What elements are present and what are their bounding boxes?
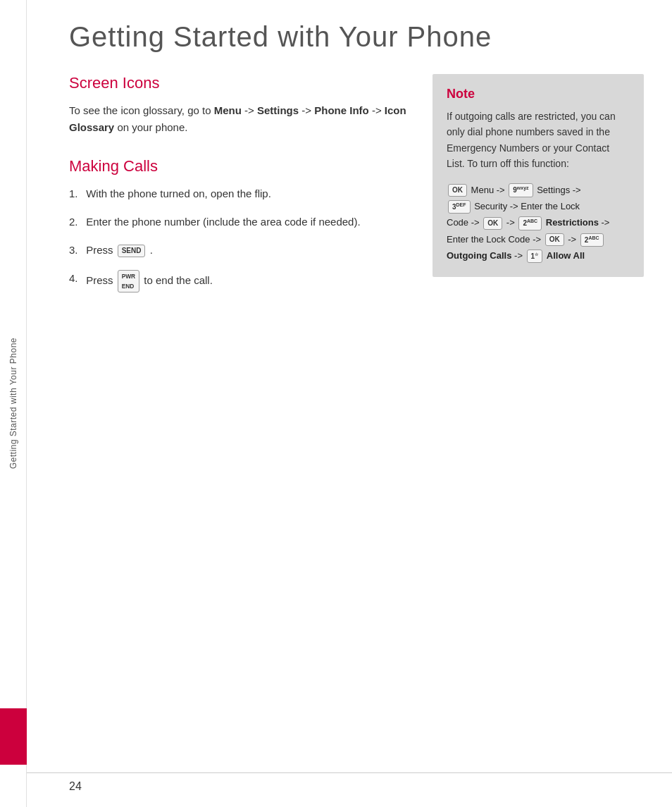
pwr-end-button-icon: PWREND — [118, 270, 139, 292]
step-4-num: 4. — [69, 270, 83, 287]
step-2: 2. Enter the phone number (include the a… — [69, 214, 411, 230]
making-calls-heading: Making Calls — [69, 157, 411, 175]
left-column: Screen Icons To see the icon glossary, g… — [69, 74, 411, 304]
note-box: Note If outgoing calls are restricted, y… — [433, 74, 644, 277]
making-calls-section: Making Calls 1. With the phone turned on… — [69, 157, 411, 292]
phone-info-bold: Phone Info — [314, 104, 369, 116]
step-2-num: 2. — [69, 214, 83, 230]
3def-icon: 3DEF — [448, 200, 471, 214]
send-button-icon: SEND — [118, 245, 146, 257]
step-4: 4. Press PWREND to end the call. — [69, 270, 411, 292]
step-1-num: 1. — [69, 185, 83, 202]
note-instruction-line2: 3DEF Security -> Enter the Lock — [447, 198, 630, 214]
step-3-num: 3. — [69, 242, 83, 259]
screen-icons-body: To see the icon glossary, go to Menu -> … — [69, 102, 411, 136]
settings-bold: Settings — [257, 104, 299, 116]
menu-bold: Menu — [214, 104, 242, 116]
allow-all-label: Allow All — [547, 250, 585, 261]
9wxyz-icon: 9wxyz — [509, 183, 533, 197]
note-instruction-line3: Code -> OK -> 2ABC Restrictions -> — [447, 214, 630, 230]
restrictions-label: Restrictions — [546, 217, 599, 228]
1-icon: 1☆ — [527, 250, 543, 263]
content-area: Getting Started with Your Phone Screen I… — [27, 0, 672, 332]
note-instructions: OK Menu -> 9wxyz Settings -> 3DEF Securi… — [447, 182, 630, 264]
page-title: Getting Started with Your Phone — [69, 0, 644, 74]
two-column-layout: Screen Icons To see the icon glossary, g… — [69, 74, 644, 304]
step-2-text: Enter the phone number (include the area… — [83, 214, 361, 230]
2abc-icon: 2ABC — [518, 216, 542, 230]
2abc-icon-2: 2ABC — [580, 233, 604, 247]
note-instruction-line4: Enter the Lock Code -> OK -> 2ABC — [447, 231, 630, 247]
ok-icon-1: OK — [448, 184, 467, 197]
step-1-text: With the phone turned on, open the flip. — [83, 185, 271, 202]
note-body: If outgoing calls are restricted, you ca… — [447, 109, 630, 172]
step-3-text: Press SEND . — [83, 242, 153, 259]
note-instruction-line1: OK Menu -> 9wxyz Settings -> — [447, 182, 630, 198]
note-instruction-line5: Outgoing Calls -> 1☆ Allow All — [447, 247, 630, 264]
step-3: 3. Press SEND . — [69, 242, 411, 259]
page-number: 24 — [69, 780, 82, 792]
page-footer: 24 — [27, 772, 672, 807]
side-tab: Getting Started with Your Phone — [0, 0, 27, 807]
side-tab-text: Getting Started with Your Phone — [8, 338, 18, 469]
outgoing-calls-label: Outgoing Calls — [447, 250, 511, 261]
ok-icon-3: OK — [545, 233, 564, 246]
step-4-text: Press PWREND to end the call. — [83, 270, 213, 292]
step-1: 1. With the phone turned on, open the fl… — [69, 185, 411, 202]
page-container: Getting Started with Your Phone Getting … — [0, 0, 672, 807]
ok-icon-2: OK — [483, 217, 502, 230]
screen-icons-section: Screen Icons To see the icon glossary, g… — [69, 74, 411, 136]
side-tab-accent — [0, 708, 27, 765]
screen-icons-heading: Screen Icons — [69, 74, 411, 92]
note-title: Note — [447, 87, 630, 101]
steps-list: 1. With the phone turned on, open the fl… — [69, 185, 411, 292]
right-column: Note If outgoing calls are restricted, y… — [433, 74, 644, 277]
